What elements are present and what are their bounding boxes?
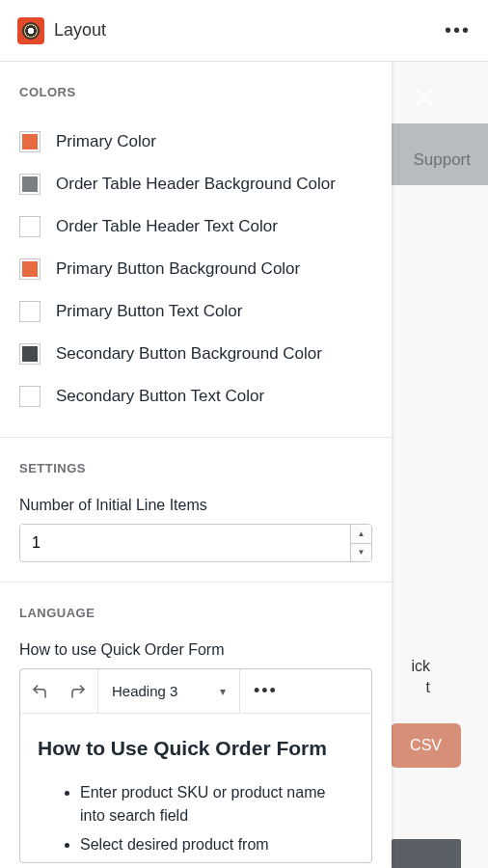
settings-section: SETTINGS Number of Initial Line Items ▲ … <box>0 438 392 583</box>
redo-button[interactable] <box>59 669 97 713</box>
color-option[interactable]: Secondary Button Background Color <box>19 333 372 375</box>
color-option[interactable]: Secondary Button Text Color <box>19 375 372 418</box>
bg-text-fragment: ick <box>411 658 430 675</box>
chevron-down-icon: ▾ <box>220 685 226 698</box>
color-label: Order Table Header Text Color <box>56 217 278 236</box>
editor-toolbar: Heading 3 ▾ ••• <box>20 669 371 714</box>
list-item: Enter product SKU or product name into s… <box>80 781 354 827</box>
dark-button[interactable] <box>392 839 461 868</box>
color-label: Order Table Header Background Color <box>56 175 336 194</box>
editor-body[interactable]: How to Use Quick Order Form Enter produc… <box>20 714 371 856</box>
undo-button[interactable] <box>20 669 59 713</box>
color-option[interactable]: Order Table Header Text Color <box>19 205 372 248</box>
howto-field-label: How to use Quick Order Form <box>19 641 372 659</box>
editor-more-button[interactable]: ••• <box>240 669 371 713</box>
csv-button[interactable]: CSV <box>391 723 461 768</box>
header-more-button[interactable]: ••• <box>445 19 471 41</box>
stepper: ▲ ▼ <box>350 525 371 561</box>
color-label: Secondary Button Background Color <box>56 344 322 364</box>
color-option[interactable]: Primary Button Text Color <box>19 290 372 333</box>
step-up-button[interactable]: ▲ <box>351 525 371 544</box>
colors-section: COLORS Primary ColorOrder Table Header B… <box>0 62 392 438</box>
color-option[interactable]: Primary Button Background Color <box>19 248 372 290</box>
color-swatch[interactable] <box>19 386 41 407</box>
color-swatch[interactable] <box>19 343 41 365</box>
color-swatch[interactable] <box>19 131 41 152</box>
support-link[interactable]: Support <box>413 150 471 170</box>
colors-section-title: COLORS <box>19 85 372 99</box>
color-swatch[interactable] <box>19 258 41 280</box>
heading-select[interactable]: Heading 3 ▾ <box>98 669 239 713</box>
color-option[interactable]: Order Table Header Background Color <box>19 163 372 205</box>
language-section-title: LANGUAGE <box>19 606 372 620</box>
color-label: Primary Button Text Color <box>56 302 242 321</box>
header-title: Layout <box>54 20 106 41</box>
line-items-label: Number of Initial Line Items <box>19 497 372 514</box>
color-option[interactable]: Primary Color <box>19 121 372 163</box>
app-logo <box>17 17 44 44</box>
color-swatch[interactable] <box>19 301 41 322</box>
rich-text-editor: Heading 3 ▾ ••• How to Use Quick Order F… <box>19 668 372 863</box>
close-icon[interactable] <box>414 87 435 114</box>
color-label: Secondary Button Text Color <box>56 387 264 406</box>
color-label: Primary Color <box>56 132 156 151</box>
line-items-input-wrap: ▲ ▼ <box>19 524 372 562</box>
settings-section-title: SETTINGS <box>19 461 372 475</box>
line-items-input[interactable] <box>20 525 350 561</box>
bg-text-fragment: t <box>426 679 430 696</box>
app-header: Layout ••• <box>0 0 488 62</box>
editor-heading: How to Use Quick Order Form <box>38 733 354 764</box>
settings-panel: COLORS Primary ColorOrder Table Header B… <box>0 62 392 868</box>
heading-select-label: Heading 3 <box>112 683 177 699</box>
list-item: Select desired product from <box>80 833 354 856</box>
color-label: Primary Button Background Color <box>56 259 300 279</box>
color-swatch[interactable] <box>19 174 41 195</box>
color-swatch[interactable] <box>19 216 41 237</box>
language-section: LANGUAGE How to use Quick Order Form Hea… <box>0 583 392 868</box>
step-down-button[interactable]: ▼ <box>351 544 371 562</box>
